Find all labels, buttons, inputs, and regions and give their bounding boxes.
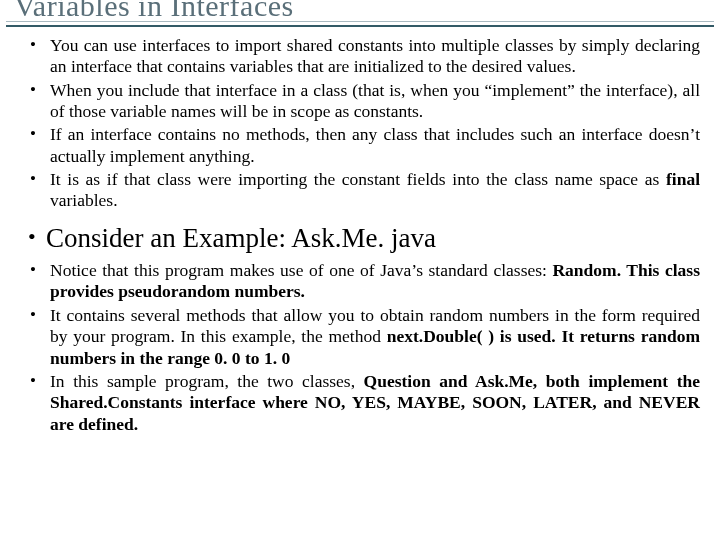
title-underline	[6, 21, 714, 27]
example-heading: Consider an Example: Ask.Me. java	[14, 222, 706, 254]
list-item: Notice that this program makes use of on…	[36, 260, 700, 303]
slide: Variables in Interfaces You can use inte…	[0, 0, 720, 531]
list-item: You can use interfaces to import shared …	[36, 35, 700, 78]
list-item: It contains several methods that allow y…	[36, 305, 700, 369]
list-item: If an interface contains no methods, the…	[36, 124, 700, 167]
list-item: In this sample program, the two classes,…	[36, 371, 700, 435]
list-item: When you include that interface in a cla…	[36, 80, 700, 123]
bullet-list-top: You can use interfaces to import shared …	[14, 35, 706, 212]
slide-title: Variables in Interfaces	[14, 0, 706, 21]
bullet-list-bottom: Notice that this program makes use of on…	[14, 260, 706, 435]
list-item: It is as if that class were importing th…	[36, 169, 700, 212]
